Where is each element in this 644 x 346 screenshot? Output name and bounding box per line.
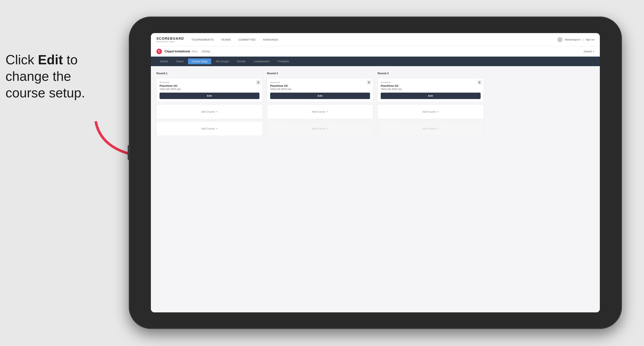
add-course-text-1: Add Course +	[201, 110, 218, 114]
plus-icon-1: +	[216, 110, 218, 114]
nav-user: blair@clippd.io | Sign out	[557, 37, 594, 42]
trash-icon-2: 🗑	[368, 81, 370, 84]
trash-icon: 🗑	[257, 81, 260, 84]
round-3-course-name: Peachtree GC	[381, 84, 480, 87]
tab-course-setup[interactable]: Course Setup	[188, 58, 211, 64]
instruction-text: Click Edit to change the course setup.	[6, 51, 85, 101]
plus-icon-4: +	[326, 127, 328, 131]
round-3-title: Round 3	[378, 72, 484, 75]
round-2-course-label: (Course A)	[270, 81, 370, 83]
add-course-text-5: Add Course +	[422, 110, 439, 114]
rounds-grid: Round 1 🗑 (Course A) Peachtree GC Yellow…	[156, 72, 594, 136]
content-area: Round 1 🗑 (Course A) Peachtree GC Yellow…	[151, 66, 600, 312]
round-2-column: Round 2 🗑 (Course A) Peachtree GC Yellow…	[267, 72, 373, 136]
round-3-course-tee: Yellow (M) (6629 yds)	[381, 88, 480, 90]
round-2-add-course-1[interactable]: Add Course +	[267, 104, 373, 119]
round-2-course-tee: Yellow (M) (6629 yds)	[270, 88, 370, 90]
sign-out-link[interactable]: Sign out	[586, 38, 594, 41]
trash-icon-3: 🗑	[478, 81, 481, 84]
tab-leaderboards[interactable]: Leaderboards	[250, 58, 273, 64]
nav-link-teams[interactable]: TEAMS	[221, 38, 231, 41]
plus-icon-2: +	[216, 127, 218, 131]
tab-teams[interactable]: Teams	[172, 58, 187, 64]
add-course-text-2: Add Course +	[201, 127, 218, 131]
round-3-column: Round 3 🗑 (Course A) Peachtree GC Yellow…	[378, 72, 484, 136]
user-email: blair@clippd.io	[565, 38, 580, 41]
round-1-column: Round 1 🗑 (Course A) Peachtree GC Yellow…	[156, 72, 262, 136]
round-3-delete-button[interactable]: 🗑	[477, 80, 482, 85]
round-1-delete-button[interactable]: 🗑	[256, 80, 260, 85]
nav-link-tournaments[interactable]: TOURNAMENTS	[191, 38, 214, 41]
plus-icon-3: +	[326, 110, 328, 114]
plus-icon-5: +	[437, 110, 439, 114]
tab-printables[interactable]: Printables	[274, 58, 293, 64]
user-avatar	[557, 37, 562, 42]
scoreboard-logo: SCOREBOARD Powered by clippd	[156, 37, 184, 43]
tab-results[interactable]: Results	[233, 58, 249, 64]
nav-separator: |	[583, 38, 583, 41]
close-icon: ×	[593, 50, 594, 53]
round-1-course-tee: Yellow (M) (6629 yds)	[160, 88, 260, 90]
tab-tee-groups[interactable]: Tee Groups	[212, 58, 232, 64]
round-2-add-course-2: Add Course +	[267, 121, 373, 136]
nav-link-rankings[interactable]: RANKINGS	[263, 38, 278, 41]
round-2-edit-button[interactable]: Edit	[270, 93, 370, 99]
round-2-delete-button[interactable]: 🗑	[367, 80, 371, 85]
round-1-add-course-2[interactable]: Add Course +	[156, 121, 262, 136]
round-2-course-card: 🗑 (Course A) Peachtree GC Yellow (M) (66…	[267, 78, 373, 102]
add-course-text-3: Add Course +	[312, 110, 328, 114]
tab-bar: Details Teams Course Setup Tee Groups Re…	[151, 57, 600, 66]
tablet-shell: SCOREBOARD Powered by clippd TOURNAMENTS…	[129, 16, 622, 329]
round-1-add-course-1[interactable]: Add Course +	[156, 104, 262, 119]
round-1-course-name: Peachtree GC	[160, 84, 260, 87]
tournament-logo: C	[156, 49, 162, 54]
round-1-edit-button[interactable]: Edit	[160, 93, 260, 99]
round-1-title: Round 1	[156, 72, 262, 75]
round-1-course-card: 🗑 (Course A) Peachtree GC Yellow (M) (66…	[156, 78, 262, 102]
tournament-hosting-badge: Hosting	[201, 50, 211, 53]
round-2-course-name: Peachtree GC	[270, 84, 370, 87]
tab-details[interactable]: Details	[156, 58, 172, 64]
instruction-bold: Edit	[38, 52, 63, 67]
nav-links: TOURNAMENTS TEAMS COMMITTEE RANKINGS	[191, 38, 557, 41]
tablet-screen: SCOREBOARD Powered by clippd TOURNAMENTS…	[151, 33, 600, 312]
top-nav: SCOREBOARD Powered by clippd TOURNAMENTS…	[151, 33, 600, 46]
tablet-side-button	[128, 145, 130, 160]
plus-icon-6: +	[437, 127, 439, 131]
tournament-name: Clippd Invitational	[164, 50, 190, 53]
round-1-course-label: (Course A)	[160, 81, 260, 83]
tournament-gender: (Men)	[192, 50, 198, 53]
logo-sub: Powered by clippd	[156, 41, 184, 43]
round-4-empty-column	[488, 72, 594, 136]
logo-title: SCOREBOARD	[156, 37, 184, 41]
add-course-text-6: Add Course +	[422, 127, 439, 131]
round-3-course-label: (Course A)	[381, 81, 480, 83]
round-3-course-card: 🗑 (Course A) Peachtree GC Yellow (M) (66…	[378, 78, 484, 102]
round-3-add-course-2: Add Course +	[378, 121, 484, 136]
cancel-button[interactable]: Cancel ×	[584, 50, 594, 53]
round-3-edit-button[interactable]: Edit	[381, 93, 480, 99]
add-course-text-4: Add Course +	[312, 127, 328, 131]
round-2-title: Round 2	[267, 72, 373, 75]
nav-link-committee[interactable]: COMMITTEE	[238, 38, 256, 41]
round-3-add-course-1[interactable]: Add Course +	[378, 104, 484, 119]
tournament-bar: C Clippd Invitational (Men) Hosting Canc…	[151, 46, 600, 57]
